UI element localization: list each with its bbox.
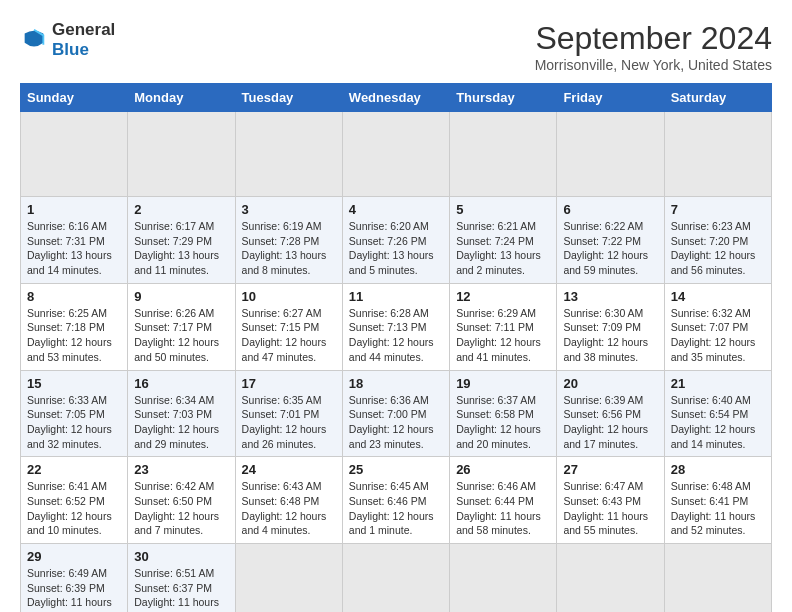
page-header: General Blue September 2024 Morrisonvill… xyxy=(20,20,772,73)
day-info: Sunrise: 6:36 AMSunset: 7:00 PMDaylight:… xyxy=(349,393,443,452)
logo-text: General Blue xyxy=(52,20,115,60)
day-number: 6 xyxy=(563,202,657,217)
calendar-cell: 5Sunrise: 6:21 AMSunset: 7:24 PMDaylight… xyxy=(450,197,557,284)
day-info: Sunrise: 6:46 AMSunset: 6:44 PMDaylight:… xyxy=(456,479,550,538)
day-info: Sunrise: 6:27 AMSunset: 7:15 PMDaylight:… xyxy=(242,306,336,365)
day-info: Sunrise: 6:45 AMSunset: 6:46 PMDaylight:… xyxy=(349,479,443,538)
day-number: 8 xyxy=(27,289,121,304)
calendar-cell xyxy=(342,544,449,613)
day-number: 9 xyxy=(134,289,228,304)
calendar-cell: 12Sunrise: 6:29 AMSunset: 7:11 PMDayligh… xyxy=(450,283,557,370)
calendar-cell: 23Sunrise: 6:42 AMSunset: 6:50 PMDayligh… xyxy=(128,457,235,544)
calendar-cell: 8Sunrise: 6:25 AMSunset: 7:18 PMDaylight… xyxy=(21,283,128,370)
day-number: 30 xyxy=(134,549,228,564)
day-number: 2 xyxy=(134,202,228,217)
calendar-cell: 30Sunrise: 6:51 AMSunset: 6:37 PMDayligh… xyxy=(128,544,235,613)
day-number: 13 xyxy=(563,289,657,304)
calendar-cell xyxy=(21,112,128,197)
day-info: Sunrise: 6:47 AMSunset: 6:43 PMDaylight:… xyxy=(563,479,657,538)
day-info: Sunrise: 6:25 AMSunset: 7:18 PMDaylight:… xyxy=(27,306,121,365)
calendar-table: SundayMondayTuesdayWednesdayThursdayFrid… xyxy=(20,83,772,612)
calendar-cell: 15Sunrise: 6:33 AMSunset: 7:05 PMDayligh… xyxy=(21,370,128,457)
calendar-cell: 4Sunrise: 6:20 AMSunset: 7:26 PMDaylight… xyxy=(342,197,449,284)
day-info: Sunrise: 6:23 AMSunset: 7:20 PMDaylight:… xyxy=(671,219,765,278)
day-number: 29 xyxy=(27,549,121,564)
calendar-cell xyxy=(557,112,664,197)
calendar-cell: 16Sunrise: 6:34 AMSunset: 7:03 PMDayligh… xyxy=(128,370,235,457)
weekday-header-cell: Thursday xyxy=(450,84,557,112)
calendar-cell: 3Sunrise: 6:19 AMSunset: 7:28 PMDaylight… xyxy=(235,197,342,284)
calendar-cell xyxy=(235,544,342,613)
logo: General Blue xyxy=(20,20,115,60)
day-number: 12 xyxy=(456,289,550,304)
day-number: 1 xyxy=(27,202,121,217)
calendar-week-row: 29Sunrise: 6:49 AMSunset: 6:39 PMDayligh… xyxy=(21,544,772,613)
day-info: Sunrise: 6:19 AMSunset: 7:28 PMDaylight:… xyxy=(242,219,336,278)
day-number: 3 xyxy=(242,202,336,217)
day-info: Sunrise: 6:33 AMSunset: 7:05 PMDaylight:… xyxy=(27,393,121,452)
day-info: Sunrise: 6:32 AMSunset: 7:07 PMDaylight:… xyxy=(671,306,765,365)
calendar-week-row: 1Sunrise: 6:16 AMSunset: 7:31 PMDaylight… xyxy=(21,197,772,284)
day-number: 14 xyxy=(671,289,765,304)
calendar-body: 1Sunrise: 6:16 AMSunset: 7:31 PMDaylight… xyxy=(21,112,772,613)
weekday-header-row: SundayMondayTuesdayWednesdayThursdayFrid… xyxy=(21,84,772,112)
title-block: September 2024 Morrisonville, New York, … xyxy=(535,20,772,73)
day-number: 19 xyxy=(456,376,550,391)
day-info: Sunrise: 6:26 AMSunset: 7:17 PMDaylight:… xyxy=(134,306,228,365)
weekday-header-cell: Monday xyxy=(128,84,235,112)
day-info: Sunrise: 6:37 AMSunset: 6:58 PMDaylight:… xyxy=(456,393,550,452)
weekday-header-cell: Tuesday xyxy=(235,84,342,112)
calendar-cell: 2Sunrise: 6:17 AMSunset: 7:29 PMDaylight… xyxy=(128,197,235,284)
calendar-cell xyxy=(557,544,664,613)
day-info: Sunrise: 6:21 AMSunset: 7:24 PMDaylight:… xyxy=(456,219,550,278)
day-number: 23 xyxy=(134,462,228,477)
day-number: 5 xyxy=(456,202,550,217)
location: Morrisonville, New York, United States xyxy=(535,57,772,73)
calendar-cell: 21Sunrise: 6:40 AMSunset: 6:54 PMDayligh… xyxy=(664,370,771,457)
day-info: Sunrise: 6:34 AMSunset: 7:03 PMDaylight:… xyxy=(134,393,228,452)
calendar-cell: 26Sunrise: 6:46 AMSunset: 6:44 PMDayligh… xyxy=(450,457,557,544)
day-number: 20 xyxy=(563,376,657,391)
calendar-cell: 29Sunrise: 6:49 AMSunset: 6:39 PMDayligh… xyxy=(21,544,128,613)
calendar-cell: 6Sunrise: 6:22 AMSunset: 7:22 PMDaylight… xyxy=(557,197,664,284)
day-number: 24 xyxy=(242,462,336,477)
calendar-cell xyxy=(342,112,449,197)
day-number: 15 xyxy=(27,376,121,391)
calendar-cell xyxy=(664,544,771,613)
calendar-cell xyxy=(450,544,557,613)
calendar-week-row: 22Sunrise: 6:41 AMSunset: 6:52 PMDayligh… xyxy=(21,457,772,544)
day-number: 18 xyxy=(349,376,443,391)
calendar-cell: 1Sunrise: 6:16 AMSunset: 7:31 PMDaylight… xyxy=(21,197,128,284)
day-info: Sunrise: 6:42 AMSunset: 6:50 PMDaylight:… xyxy=(134,479,228,538)
calendar-cell: 17Sunrise: 6:35 AMSunset: 7:01 PMDayligh… xyxy=(235,370,342,457)
day-info: Sunrise: 6:30 AMSunset: 7:09 PMDaylight:… xyxy=(563,306,657,365)
calendar-cell: 9Sunrise: 6:26 AMSunset: 7:17 PMDaylight… xyxy=(128,283,235,370)
calendar-cell xyxy=(450,112,557,197)
calendar-week-row: 15Sunrise: 6:33 AMSunset: 7:05 PMDayligh… xyxy=(21,370,772,457)
weekday-header-cell: Saturday xyxy=(664,84,771,112)
day-info: Sunrise: 6:39 AMSunset: 6:56 PMDaylight:… xyxy=(563,393,657,452)
calendar-cell xyxy=(664,112,771,197)
day-info: Sunrise: 6:29 AMSunset: 7:11 PMDaylight:… xyxy=(456,306,550,365)
calendar-cell: 13Sunrise: 6:30 AMSunset: 7:09 PMDayligh… xyxy=(557,283,664,370)
day-info: Sunrise: 6:17 AMSunset: 7:29 PMDaylight:… xyxy=(134,219,228,278)
calendar-cell: 27Sunrise: 6:47 AMSunset: 6:43 PMDayligh… xyxy=(557,457,664,544)
weekday-header-cell: Friday xyxy=(557,84,664,112)
day-number: 7 xyxy=(671,202,765,217)
day-number: 25 xyxy=(349,462,443,477)
calendar-cell xyxy=(128,112,235,197)
calendar-cell xyxy=(235,112,342,197)
day-info: Sunrise: 6:20 AMSunset: 7:26 PMDaylight:… xyxy=(349,219,443,278)
calendar-cell: 24Sunrise: 6:43 AMSunset: 6:48 PMDayligh… xyxy=(235,457,342,544)
day-number: 16 xyxy=(134,376,228,391)
day-info: Sunrise: 6:22 AMSunset: 7:22 PMDaylight:… xyxy=(563,219,657,278)
day-info: Sunrise: 6:49 AMSunset: 6:39 PMDaylight:… xyxy=(27,566,121,612)
calendar-cell: 18Sunrise: 6:36 AMSunset: 7:00 PMDayligh… xyxy=(342,370,449,457)
day-number: 28 xyxy=(671,462,765,477)
day-info: Sunrise: 6:28 AMSunset: 7:13 PMDaylight:… xyxy=(349,306,443,365)
day-info: Sunrise: 6:40 AMSunset: 6:54 PMDaylight:… xyxy=(671,393,765,452)
calendar-header: SundayMondayTuesdayWednesdayThursdayFrid… xyxy=(21,84,772,112)
calendar-cell: 22Sunrise: 6:41 AMSunset: 6:52 PMDayligh… xyxy=(21,457,128,544)
day-number: 4 xyxy=(349,202,443,217)
calendar-cell: 28Sunrise: 6:48 AMSunset: 6:41 PMDayligh… xyxy=(664,457,771,544)
